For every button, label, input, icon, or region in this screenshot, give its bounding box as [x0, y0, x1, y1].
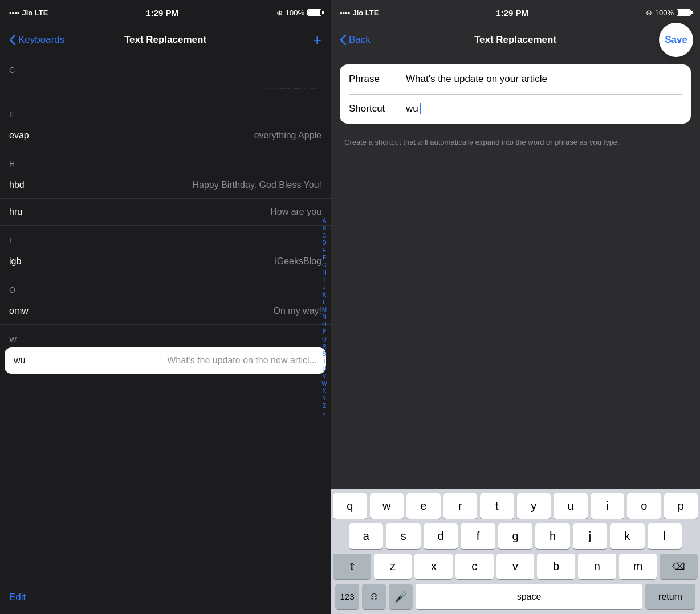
left-bottom-bar: Edit [0, 580, 331, 614]
alpha-F[interactable]: F [323, 255, 326, 261]
alpha-index[interactable]: A B C D E F G H I J K L M N O P Q R S T … [318, 55, 331, 580]
text-cursor [420, 103, 421, 114]
section-header-h: H [0, 149, 331, 172]
phrase-row[interactable]: Phrase What's the update on your article [340, 64, 691, 94]
phrase-igb: iGeeksBlog [55, 256, 321, 267]
alpha-T[interactable]: T [323, 358, 326, 365]
shortcut-label: Shortcut [349, 103, 406, 114]
key-shift[interactable]: ⇧ [333, 554, 371, 579]
section-header-w: W [0, 325, 331, 347]
key-a[interactable]: a [349, 523, 383, 549]
list-item-wu[interactable]: wu What's the update on the new articl..… [5, 347, 326, 374]
back-chevron-icon [9, 34, 16, 46]
list-item-hru[interactable]: hru How are you [0, 199, 331, 226]
shortcut-omw: omw [9, 306, 55, 316]
shortcut-evap: evap [9, 130, 55, 141]
section-header-e: E [0, 100, 331, 122]
alpha-W[interactable]: W [321, 380, 327, 387]
key-q[interactable]: q [333, 493, 367, 519]
alpha-P[interactable]: P [323, 329, 327, 335]
alpha-M[interactable]: M [322, 306, 327, 313]
key-n[interactable]: n [578, 554, 616, 579]
alpha-E[interactable]: E [323, 247, 327, 254]
phrase-label: Phrase [349, 73, 406, 85]
alpha-K[interactable]: K [323, 292, 327, 298]
list-item-igb[interactable]: igb iGeeksBlog [0, 248, 331, 275]
alpha-V[interactable]: V [323, 373, 327, 380]
list-item-hbd[interactable]: hbd Happy Birthday. God Bless You! [0, 172, 331, 199]
key-u[interactable]: u [554, 493, 588, 519]
keyboard-row-1: q w e r t y u i o p [333, 493, 698, 519]
key-w[interactable]: w [370, 493, 404, 519]
key-r[interactable]: r [443, 493, 478, 519]
key-delete[interactable]: ⌫ [660, 554, 698, 579]
dimmed-c-row: ··· ·····-·····-····· [0, 78, 331, 100]
key-p[interactable]: p [664, 493, 698, 519]
key-v[interactable]: v [496, 554, 535, 579]
key-m[interactable]: m [619, 554, 657, 579]
key-mic[interactable]: 🎤 [389, 584, 413, 609]
back-button[interactable]: Back [340, 34, 371, 46]
key-123[interactable]: 123 [335, 584, 359, 609]
alpha-X[interactable]: X [323, 388, 327, 395]
key-h[interactable]: h [535, 523, 569, 549]
phrase-wu: What's the update on the new articl... [59, 355, 317, 366]
key-t[interactable]: t [480, 493, 514, 519]
alpha-Y[interactable]: Y [323, 395, 327, 402]
save-button[interactable]: Save [659, 23, 693, 57]
alpha-I[interactable]: I [324, 277, 325, 284]
key-y[interactable]: y [517, 493, 551, 519]
shortcut-row[interactable]: Shortcut wu [340, 94, 691, 124]
shortcut-hru: hru [9, 207, 55, 217]
key-s[interactable]: s [386, 523, 420, 549]
left-time: 1:29 PM [146, 8, 178, 18]
keyboard-bottom-row: 123 ☺ 🎤 space return [333, 584, 698, 612]
key-return[interactable]: return [645, 584, 695, 609]
alpha-D[interactable]: D [322, 240, 326, 247]
key-l[interactable]: l [648, 523, 682, 549]
right-nav-bar: Back Text Replacement Save [331, 25, 700, 55]
form-card: Phrase What's the update on your article… [340, 64, 691, 124]
key-c[interactable]: c [455, 554, 494, 579]
alpha-C[interactable]: C [322, 232, 326, 239]
alpha-N[interactable]: N [322, 314, 326, 321]
right-back-chevron-icon [340, 34, 347, 46]
alpha-L[interactable]: L [323, 299, 326, 306]
alpha-O[interactable]: O [322, 321, 327, 328]
alpha-G[interactable]: G [322, 262, 327, 269]
key-k[interactable]: k [610, 523, 644, 549]
right-location-icon: ⊕ [646, 9, 652, 17]
key-emoji[interactable]: ☺ [362, 584, 386, 609]
section-header-i: I [0, 226, 331, 248]
key-x[interactable]: x [414, 554, 453, 579]
phrase-value[interactable]: What's the update on your article [406, 73, 682, 85]
key-e[interactable]: e [406, 493, 441, 519]
key-f[interactable]: f [461, 523, 495, 549]
edit-button[interactable]: Edit [9, 592, 26, 603]
key-i[interactable]: i [591, 493, 625, 519]
key-z[interactable]: z [374, 554, 412, 579]
key-d[interactable]: d [424, 523, 458, 549]
list-item-evap[interactable]: evap everything Apple [0, 122, 331, 149]
alpha-B[interactable]: B [323, 225, 327, 232]
add-button[interactable]: + [313, 31, 321, 49]
alpha-J[interactable]: J [323, 284, 326, 291]
alpha-Q[interactable]: Q [322, 336, 327, 343]
key-j[interactable]: j [573, 523, 607, 549]
back-keyboards-button[interactable]: Keyboards [9, 34, 64, 46]
alpha-hash[interactable]: # [323, 410, 326, 417]
alpha-U[interactable]: U [322, 366, 326, 373]
alpha-Z[interactable]: Z [323, 403, 326, 410]
right-carrier: ▪▪▪▪ Jio LTE [340, 9, 379, 17]
key-o[interactable]: o [627, 493, 661, 519]
shortcut-value[interactable]: wu [406, 103, 682, 115]
alpha-R[interactable]: R [322, 343, 326, 350]
alpha-H[interactable]: H [322, 269, 326, 276]
key-b[interactable]: b [537, 554, 575, 579]
alpha-S[interactable]: S [323, 351, 327, 358]
key-space[interactable]: space [416, 584, 642, 609]
alpha-A[interactable]: A [323, 218, 327, 224]
key-g[interactable]: g [498, 523, 532, 549]
right-battery-area: ⊕ 100% [646, 9, 691, 17]
list-item-omw[interactable]: omw On my way! [0, 298, 331, 325]
